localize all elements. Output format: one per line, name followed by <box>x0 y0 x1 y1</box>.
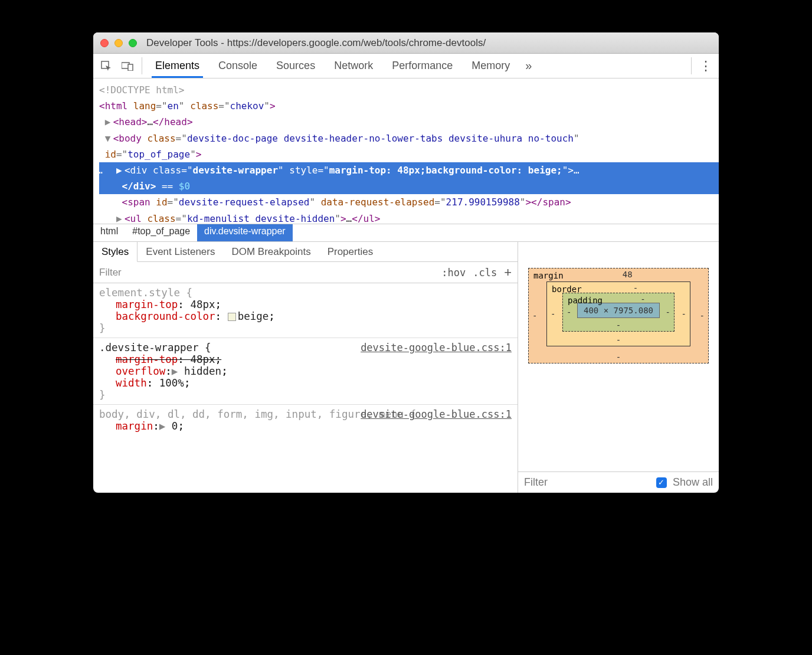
showall-label: Show all <box>673 476 713 489</box>
bm-margin-top: 48 <box>623 270 633 279</box>
expand-icon[interactable]: ▶ <box>159 420 172 432</box>
bm-border-top: - <box>633 283 638 293</box>
styles-filter-row: Filter :hov .cls + <box>93 262 518 283</box>
close-icon[interactable] <box>100 39 109 47</box>
dom-line-selected[interactable]: … ▶<div class="devsite-wrapper" style="m… <box>99 162 719 178</box>
computed-filter-row: Filter ✓ Show all <box>518 471 719 493</box>
filter-input[interactable]: Filter <box>99 267 122 279</box>
dom-line-head[interactable]: ▶<head>…</head> <box>99 114 719 130</box>
more-options-icon[interactable]: ⋮ <box>695 54 716 78</box>
tab-network[interactable]: Network <box>325 54 382 78</box>
bm-border-bottom: - <box>616 335 621 345</box>
bm-margin[interactable]: margin 48 - - - border - - - - padding - <box>528 268 709 363</box>
tab-performance[interactable]: Performance <box>382 54 462 78</box>
rule-devsite-wrapper[interactable]: devsite-google-blue.css:1 .devsite-wrapp… <box>93 338 518 405</box>
dom-line-ul[interactable]: ▶<ul class="kd-menulist devsite-hidden">… <box>99 211 719 224</box>
dom-line-html[interactable]: <html lang="en" class="chekov"> <box>99 98 719 114</box>
bm-border[interactable]: border - - - - padding - - - - 400 × 797… <box>546 281 690 346</box>
hov-toggle[interactable]: :hov <box>441 267 466 279</box>
bm-margin-label: margin <box>533 271 564 280</box>
crumb-html[interactable]: html <box>93 224 125 241</box>
bm-padding-top: - <box>640 294 645 304</box>
stab-styles[interactable]: Styles <box>93 242 137 262</box>
rule-brace: } <box>99 322 512 334</box>
breadcrumb: html #top_of_page div.devsite-wrapper <box>93 224 719 241</box>
source-link[interactable]: devsite-google-blue.css:1 <box>361 408 512 420</box>
cls-toggle[interactable]: .cls <box>473 267 497 279</box>
style-prop[interactable]: background-color: beige; <box>99 310 512 322</box>
svg-rect-2 <box>128 64 133 71</box>
main-toolbar: Elements Console Sources Network Perform… <box>93 54 719 78</box>
stab-properties[interactable]: Properties <box>319 242 381 261</box>
expand-icon[interactable]: ▶ <box>116 162 125 178</box>
color-swatch-icon[interactable] <box>228 313 236 321</box>
titlebar: Developer Tools - https://developers.goo… <box>93 32 719 54</box>
style-prop[interactable]: width: 100%; <box>99 377 512 389</box>
devtools-window: Developer Tools - https://developers.goo… <box>93 32 719 493</box>
rule-reset[interactable]: devsite-google-blue.css:1 body, div, dl,… <box>93 405 518 435</box>
bm-border-right: - <box>682 309 686 319</box>
bm-padding-label: padding <box>568 296 603 305</box>
bm-padding[interactable]: padding - - - - 400 × 7975.080 <box>562 293 675 332</box>
computed-column: margin 48 - - - border - - - - padding - <box>518 242 719 493</box>
window-title: Developer Tools - https://developers.goo… <box>146 37 712 49</box>
tab-sources[interactable]: Sources <box>267 54 325 78</box>
style-prop[interactable]: margin:▶ 0; <box>99 420 512 432</box>
dom-line-selected-close[interactable]: </div> == $0 <box>99 178 719 194</box>
rule-element-style[interactable]: element.style { margin-top: 48px; backgr… <box>93 283 518 338</box>
bm-padding-left: - <box>567 307 571 317</box>
style-prop[interactable]: overflow:▶ hidden; <box>99 365 512 377</box>
stab-event-listeners[interactable]: Event Listeners <box>137 242 223 261</box>
expand-icon[interactable]: ▶ <box>116 211 125 224</box>
minimize-icon[interactable] <box>114 39 123 47</box>
new-rule-icon[interactable]: + <box>504 265 512 280</box>
dom-line-doctype[interactable]: <!DOCTYPE html> <box>99 82 719 98</box>
tab-memory[interactable]: Memory <box>462 54 519 78</box>
toolbar-separator <box>142 57 142 74</box>
style-prop-overridden[interactable]: margin-top: 48px; <box>99 353 512 365</box>
dom-line-span[interactable]: <span id="devsite-request-elapsed" data-… <box>99 194 719 210</box>
device-mode-icon[interactable] <box>117 54 138 78</box>
traffic-lights <box>100 39 137 47</box>
bm-padding-bottom: - <box>616 320 621 330</box>
maximize-icon[interactable] <box>129 39 137 47</box>
overflow-badge: … <box>93 162 106 178</box>
showall-checkbox[interactable]: ✓ <box>656 477 667 488</box>
collapse-icon[interactable]: ▼ <box>105 130 113 146</box>
expand-icon[interactable]: ▶ <box>105 114 113 130</box>
styles-body[interactable]: element.style { margin-top: 48px; backgr… <box>93 283 518 493</box>
style-prop[interactable]: margin-top: 48px; <box>99 299 512 310</box>
rule-brace: } <box>99 389 512 401</box>
bm-margin-right: - <box>700 311 705 320</box>
tabs-overflow-icon[interactable]: » <box>519 54 538 78</box>
tab-console[interactable]: Console <box>209 54 267 78</box>
inspect-icon[interactable] <box>96 54 117 78</box>
expand-icon[interactable]: ▶ <box>172 365 184 377</box>
bm-border-left: - <box>551 309 555 319</box>
toolbar-separator <box>691 57 692 74</box>
rule-selector[interactable]: element.style { <box>99 287 512 299</box>
dom-line-body-cont[interactable]: id="top_of_page"> <box>99 146 719 162</box>
crumb-body[interactable]: #top_of_page <box>125 224 197 241</box>
bm-padding-right: - <box>666 307 670 317</box>
bm-margin-left: - <box>532 311 537 320</box>
computed-filter-input[interactable]: Filter <box>524 476 548 489</box>
source-link[interactable]: devsite-google-blue.css:1 <box>361 342 512 353</box>
bm-margin-bottom: - <box>616 352 621 362</box>
dom-tree[interactable]: <!DOCTYPE html> <html lang="en" class="c… <box>93 78 719 224</box>
styles-tabs: Styles Event Listeners DOM Breakpoints P… <box>93 242 518 262</box>
tab-elements[interactable]: Elements <box>146 54 209 78</box>
styles-column: Styles Event Listeners DOM Breakpoints P… <box>93 242 518 493</box>
dom-line-body[interactable]: ▼<body class="devsite-doc-page devsite-h… <box>99 130 719 146</box>
lower-panes: Styles Event Listeners DOM Breakpoints P… <box>93 241 719 493</box>
stab-dom-breakpoints[interactable]: DOM Breakpoints <box>223 242 319 261</box>
box-model[interactable]: margin 48 - - - border - - - - padding - <box>518 242 719 471</box>
panel-tabs: Elements Console Sources Network Perform… <box>146 54 687 78</box>
crumb-selected[interactable]: div.devsite-wrapper <box>197 224 293 241</box>
